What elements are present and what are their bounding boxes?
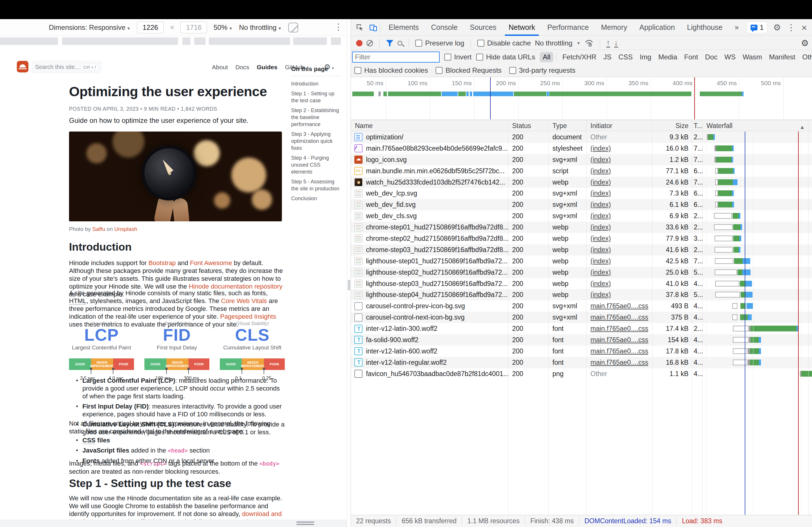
table-row[interactable]: logo_icon.svg200svg+xml(index)1.2 kB7...	[351, 154, 812, 165]
has-blocked-cookies-checkbox[interactable]: Has blocked cookies	[354, 66, 428, 74]
request-name-cell[interactable]: lighthouse-step01_hud27150869f16affbd9a7…	[351, 257, 508, 265]
initiator-link[interactable]: (index)	[591, 179, 611, 186]
nav-docs[interactable]: Docs	[235, 64, 249, 71]
column-header-status[interactable]: Status	[508, 122, 548, 130]
initiator-cell[interactable]: main.f765ae0....css	[586, 336, 652, 344]
inspect-element-icon[interactable]	[356, 23, 364, 32]
filter-type-other[interactable]: Other	[799, 52, 812, 62]
network-throttling-select[interactable]: No throttling▼	[535, 39, 580, 47]
toc-item[interactable]: Step 4 - Purging unused CSS elements	[291, 154, 342, 175]
request-name-cell[interactable]: lighthouse-step02_hud27150869f16affbd9a7…	[351, 268, 508, 276]
initiator-link[interactable]: (index)	[591, 269, 611, 276]
devtools-menu-icon[interactable]: ⋮	[787, 23, 796, 32]
initiator-link[interactable]: (index)	[591, 280, 611, 287]
clear-network-log-icon[interactable]	[366, 40, 373, 46]
media-query-segment[interactable]	[331, 37, 341, 45]
toc-item[interactable]: Step 1 - Setting up the test case	[291, 90, 342, 104]
nav-guides[interactable]: Guides	[257, 64, 277, 71]
tab-performance[interactable]: Performance	[541, 19, 595, 36]
request-name-cell[interactable]: web_dev_cls.svg	[351, 212, 508, 220]
table-row[interactable]: chrome-step02_hud27150869f16affbd9a72df8…	[351, 233, 812, 244]
column-header-waterfall[interactable]: Waterfall▲	[702, 122, 812, 130]
request-name-cell[interactable]: lighthouse-step04_hud27150869f16affbd9a7…	[351, 291, 508, 299]
initiator-cell[interactable]: (index)	[586, 280, 652, 288]
pane-divider[interactable]	[347, 19, 351, 527]
site-logo[interactable]	[17, 61, 28, 72]
initiator-link[interactable]: (index)	[591, 145, 611, 152]
initiator-cell[interactable]: main.f765ae0....css	[586, 347, 652, 355]
media-query-segment[interactable]	[183, 37, 190, 45]
devtools-settings-icon[interactable]: ⚙	[773, 22, 781, 32]
toc-item[interactable]: Step 5 - Assessing the site in productio…	[291, 178, 342, 192]
initiator-link[interactable]: main.f765ae0....css	[591, 359, 648, 366]
network-conditions-icon[interactable]	[585, 40, 593, 47]
request-name-cell[interactable]: web_dev_lcp.svg	[351, 190, 508, 198]
table-row[interactable]: carousel-control-next-icon-bg.svg200svg+…	[351, 312, 812, 323]
device-toolbar-menu-icon[interactable]: ⋮	[334, 22, 343, 31]
waterfall-cell[interactable]	[702, 233, 812, 244]
request-name-cell[interactable]: chrome-step02_hud27150869f16affbd9a72df8…	[351, 235, 508, 242]
waterfall-cell[interactable]	[702, 210, 812, 222]
waterfall-cell[interactable]	[702, 256, 812, 267]
nav-about[interactable]: About	[212, 64, 228, 71]
filter-type-wasm[interactable]: Wasm	[740, 52, 765, 62]
inline-link[interactable]: Unsplash	[114, 226, 137, 232]
inline-link[interactable]: Font Awesome	[190, 259, 232, 267]
initiator-link[interactable]: (index)	[591, 167, 611, 175]
initiator-cell[interactable]: main.f765ae0....css	[586, 314, 652, 321]
media-query-bar[interactable]	[0, 36, 347, 46]
waterfall-cell[interactable]	[702, 199, 812, 210]
table-row[interactable]: lighthouse-step04_hud27150869f16affbd9a7…	[351, 289, 812, 300]
table-row[interactable]: chrome-step03_hud27150869f16affbd9a72df8…	[351, 244, 812, 256]
waterfall-cell[interactable]	[702, 244, 812, 256]
waterfall-cell[interactable]	[702, 357, 812, 368]
preserve-log-checkbox[interactable]: Preserve log	[415, 39, 464, 47]
table-row[interactable]: main.bundle.min.min.e0626dbf59b5c25f72bc…	[351, 165, 812, 177]
sort-arrow-icon[interactable]: ▲	[799, 124, 805, 130]
tab-memory[interactable]: Memory	[595, 19, 633, 36]
filter-type-fetchxhr[interactable]: Fetch/XHR	[560, 52, 599, 62]
initiator-link[interactable]: (index)	[591, 212, 611, 220]
zoom-select[interactable]: 50%▼	[214, 24, 233, 32]
-rd-party-requests-checkbox[interactable]: 3rd-party requests	[509, 66, 576, 74]
table-row[interactable]: lighthouse-step03_hud27150869f16affbd9a7…	[351, 278, 812, 289]
column-header-type[interactable]: Type	[548, 122, 586, 130]
waterfall-cell[interactable]	[702, 334, 812, 346]
throttling-select[interactable]: No throttling▼	[239, 24, 281, 32]
waterfall-cell[interactable]	[702, 132, 812, 143]
waterfall-cell[interactable]	[702, 312, 812, 323]
waterfall-cell[interactable]	[702, 300, 812, 312]
table-row[interactable]: favicon_hu546703baadbac0de87b2f81dc4001.…	[351, 368, 812, 379]
viewport-resize-strip[interactable]	[0, 520, 347, 527]
search-network-icon[interactable]	[397, 41, 402, 45]
waterfall-cell[interactable]	[702, 278, 812, 289]
initiator-cell[interactable]: (index)	[586, 246, 652, 254]
initiator-link[interactable]: (index)	[591, 223, 611, 231]
table-row[interactable]: main.f765ae08b8293ceeb4b0de56699e2fafc9.…	[351, 143, 812, 154]
table-row[interactable]: web_dev_lcp.svg200svg+xml(index)7.3 kB6.…	[351, 188, 812, 199]
invert-checkbox[interactable]: Invert	[444, 53, 472, 61]
request-name-cell[interactable]: fa-solid-900.woff2	[351, 336, 508, 344]
toc-item[interactable]: Conclusion	[291, 195, 342, 202]
table-row[interactable]: carousel-control-prev-icon-bg.svg200svg+…	[351, 300, 812, 312]
media-query-segment[interactable]	[209, 37, 290, 45]
filter-type-js[interactable]: JS	[600, 52, 614, 62]
tab-elements[interactable]: Elements	[382, 19, 425, 36]
waterfall-cell[interactable]	[702, 222, 812, 233]
filter-type-all[interactable]: All	[540, 52, 553, 62]
waterfall-cell[interactable]	[702, 177, 812, 188]
initiator-link[interactable]: (index)	[591, 190, 611, 197]
initiator-link[interactable]: main.f765ae0....css	[591, 302, 648, 310]
initiator-link[interactable]: (index)	[591, 235, 611, 242]
media-query-segment[interactable]	[194, 37, 206, 45]
initiator-link[interactable]: (index)	[591, 291, 611, 298]
initiator-link[interactable]: (index)	[591, 257, 611, 265]
initiator-cell[interactable]: main.f765ae0....css	[586, 325, 652, 333]
initiator-link[interactable]: (index)	[591, 201, 611, 208]
initiator-cell[interactable]: (index)	[586, 235, 652, 242]
dimensions-select[interactable]: Dimensions: Responsive▼	[49, 24, 130, 32]
request-name-cell[interactable]: main.f765ae08b8293ceeb4b0de56699e2fafc9.…	[351, 144, 508, 152]
waterfall-cell[interactable]	[702, 154, 812, 165]
resize-grip[interactable]	[296, 522, 314, 523]
toggle-device-toolbar-icon[interactable]	[369, 23, 378, 32]
